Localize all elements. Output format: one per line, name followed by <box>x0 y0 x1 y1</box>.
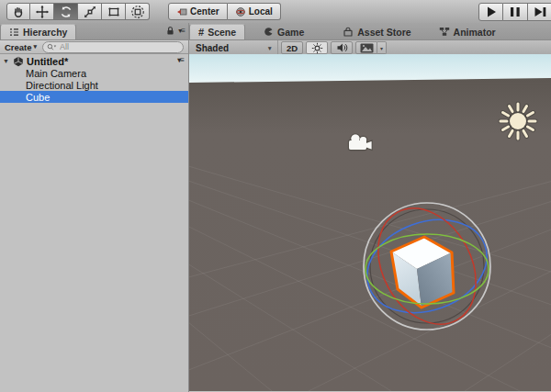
scene-tab-label: Scene <box>208 27 236 38</box>
hand-icon <box>11 5 26 19</box>
render-mode-label: Shaded <box>196 43 229 53</box>
search-icon <box>47 43 57 51</box>
lock-icon[interactable] <box>166 26 174 36</box>
scene-audio-toggle[interactable] <box>331 41 353 54</box>
ground-plane <box>189 78 551 391</box>
hierarchy-panel: Hierarchy ▾≡ Create ▾ <box>0 23 189 392</box>
transform-tool-group <box>6 3 150 20</box>
pivot-toggle-group: Center Local <box>168 3 281 20</box>
transform-tool-button[interactable] <box>126 3 150 20</box>
move-tool-button[interactable] <box>30 3 54 20</box>
tab-hierarchy[interactable]: Hierarchy <box>0 24 76 39</box>
pivot-local-label: Local <box>249 6 273 17</box>
step-button[interactable] <box>528 3 551 21</box>
scene-row-menu-icon[interactable]: ▾≡ <box>177 57 184 64</box>
rotate-tool-button[interactable] <box>54 3 78 20</box>
create-dropdown-icon: ▾ <box>34 43 38 50</box>
scene-effects-button[interactable] <box>355 41 377 54</box>
step-icon <box>529 5 551 19</box>
animator-icon <box>439 27 450 37</box>
scene-root-row[interactable]: ▼ Untitled* ▾≡ <box>0 55 188 67</box>
scene-grid-icon: # <box>198 27 204 38</box>
pivot-local-button[interactable]: Local <box>228 3 281 20</box>
hierarchy-tab-strip: Hierarchy ▾≡ <box>0 23 188 40</box>
2d-label: 2D <box>287 43 298 53</box>
chevron-down-icon: ▾ <box>380 45 383 51</box>
scale-tool-button[interactable] <box>78 3 102 20</box>
hierarchy-item-directional-light[interactable]: Directional Light <box>0 79 188 91</box>
play-button[interactable] <box>478 3 503 21</box>
item-label: Directional Light <box>26 80 98 91</box>
hierarchy-tab-label: Hierarchy <box>23 27 67 38</box>
item-label: Main Camera <box>26 68 86 79</box>
pivot-center-label: Center <box>190 6 219 17</box>
tab-animator[interactable]: Animator <box>431 24 504 39</box>
scene-tab-strip: # Scene Game Asset Store <box>189 23 551 40</box>
unity-editor-window: Center Local <box>0 0 551 392</box>
scene-lighting-toggle[interactable] <box>306 41 328 54</box>
hierarchy-tree: ▼ Untitled* ▾≡ Main Camera Directional L… <box>0 55 188 103</box>
scene-view-panel: # Scene Game Asset Store <box>189 23 551 392</box>
scene-name-label: Untitled* <box>27 56 68 67</box>
create-button[interactable]: Create ▾ <box>3 42 39 52</box>
play-icon <box>480 5 502 19</box>
rotate-icon <box>59 5 73 19</box>
rect-tool-icon <box>107 5 121 19</box>
game-tab-label: Game <box>277 27 304 38</box>
pivot-local-icon <box>235 6 246 17</box>
hierarchy-item-cube[interactable]: Cube <box>0 91 188 103</box>
disclosure-triangle-icon[interactable]: ▼ <box>3 58 10 64</box>
transform-tool-icon <box>130 5 145 19</box>
asset-store-tab-label: Asset Store <box>357 27 410 38</box>
scene-viewport[interactable] <box>189 54 551 392</box>
game-view-icon <box>264 27 274 37</box>
scene-render <box>189 54 551 391</box>
unity-scene-icon <box>13 56 24 67</box>
tab-scene[interactable]: # Scene <box>189 24 245 39</box>
asset-store-icon <box>343 27 354 37</box>
audio-speaker-icon <box>336 42 348 53</box>
hierarchy-toolbar: Create ▾ <box>0 40 188 54</box>
pivot-center-icon <box>176 6 187 17</box>
hierarchy-search-field[interactable] <box>42 41 184 53</box>
tab-game[interactable]: Game <box>255 24 312 39</box>
render-mode-dropdown[interactable]: Shaded ▼ <box>191 40 278 55</box>
hierarchy-list-icon <box>9 28 19 37</box>
main-toolbar: Center Local <box>0 0 551 24</box>
item-label: Cube <box>26 92 50 103</box>
pivot-center-button[interactable]: Center <box>168 3 228 20</box>
hand-tool-button[interactable] <box>6 3 30 20</box>
effects-dropdown-group: ▾ <box>355 41 387 54</box>
playback-controls <box>478 3 551 21</box>
rect-tool-button[interactable] <box>102 3 126 20</box>
search-input[interactable] <box>60 42 179 51</box>
effects-dropdown-arrow[interactable]: ▾ <box>377 41 387 54</box>
animator-tab-label: Animator <box>454 27 496 38</box>
pause-button[interactable] <box>503 3 528 21</box>
lighting-sun-icon <box>311 42 323 54</box>
panel-menu-icon[interactable]: ▾≡ <box>178 28 185 35</box>
toggle-2d-button[interactable]: 2D <box>281 41 303 54</box>
pause-icon <box>504 5 526 19</box>
hierarchy-item-main-camera[interactable]: Main Camera <box>0 67 188 79</box>
image-effects-icon <box>360 43 374 53</box>
scale-icon <box>83 5 97 19</box>
move-icon <box>35 5 50 19</box>
tab-asset-store[interactable]: Asset Store <box>334 24 419 39</box>
create-label: Create <box>5 42 32 52</box>
chevron-down-icon: ▼ <box>267 45 273 51</box>
